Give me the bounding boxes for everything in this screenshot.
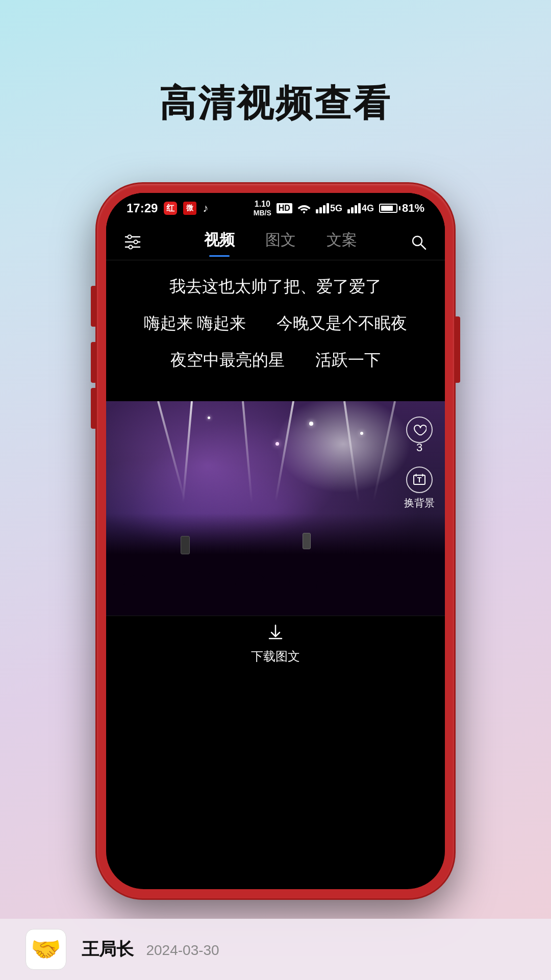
- svg-point-2: [128, 235, 132, 238]
- svg-text:T: T: [417, 476, 422, 484]
- video-section[interactable]: 3 T 换背景: [106, 401, 445, 616]
- tab-video[interactable]: 视频: [204, 230, 235, 254]
- change-bg-button[interactable]: T 换背景: [404, 467, 435, 510]
- author-info: 王局长 2024-03-30: [82, 938, 219, 961]
- phone-screen: 17:29 红 微 ♪ 1.10 MB/S HD: [106, 193, 445, 889]
- status-icon-weibo: 微: [183, 202, 196, 215]
- nav-tabs: 视频 图文 文案: [154, 230, 407, 254]
- text-item-huoyue[interactable]: 活跃一下: [315, 349, 381, 372]
- text-item-yekong[interactable]: 夜空中最亮的星: [170, 349, 285, 372]
- search-button[interactable]: [407, 231, 430, 253]
- battery-indicator: 81%: [379, 202, 424, 215]
- nav-bar: 视频 图文 文案: [106, 224, 445, 260]
- download-icon: [266, 623, 285, 645]
- status-right: 1.10 MB/S HD: [254, 200, 424, 217]
- sparkle-4: [276, 442, 279, 446]
- text-item-row2: 嗨起来 嗨起来 今晚又是个不眠夜: [127, 312, 424, 335]
- download-section: 下载图文: [106, 616, 445, 672]
- tab-image[interactable]: 图文: [265, 230, 296, 254]
- status-hd-badge: HD: [277, 203, 292, 213]
- person-11: [401, 574, 434, 616]
- text-item-haiqi[interactable]: 嗨起来 嗨起来: [144, 312, 246, 335]
- text-item-row3: 夜空中最亮的星 活跃一下: [127, 349, 424, 372]
- download-label: 下载图文: [251, 648, 300, 665]
- svg-point-0: [303, 211, 305, 213]
- status-left: 17:29 红 微 ♪: [127, 201, 208, 215]
- phone-in-crowd: [181, 536, 190, 554]
- filter-icon: [123, 232, 142, 252]
- phone-in-crowd-2: [303, 533, 311, 549]
- wifi-icon: [297, 203, 311, 213]
- sparkle-2: [360, 432, 363, 435]
- svg-point-6: [129, 245, 133, 249]
- person-3: [174, 570, 210, 616]
- svg-line-8: [421, 244, 425, 249]
- signal-4g: 4G: [347, 203, 374, 214]
- phone-outer: 17:29 红 微 ♪ 1.10 MB/S HD: [97, 184, 454, 898]
- search-icon: [409, 233, 428, 251]
- signal-5g: 5G: [316, 203, 342, 214]
- phone-mockup: 17:29 红 微 ♪ 1.10 MB/S HD: [97, 184, 454, 898]
- filter-button[interactable]: [121, 231, 144, 253]
- author-name: 王局长: [82, 939, 134, 959]
- text-item-jinyewu[interactable]: 今晚又是个不眠夜: [277, 312, 407, 335]
- change-bg-icon: T: [406, 467, 433, 493]
- bottom-author-bar: 🤝 王局长 2024-03-30: [0, 919, 551, 980]
- status-icon-tiktok: ♪: [203, 202, 208, 215]
- author-date: 2024-03-30: [146, 942, 219, 958]
- status-speed: 1.10 MB/S: [254, 200, 271, 217]
- tab-copy[interactable]: 文案: [327, 230, 357, 254]
- page-title: 高清视频查看: [0, 79, 551, 128]
- status-icon-xiaohongshu: 红: [164, 202, 177, 215]
- handshake-icon: 🤝: [31, 935, 61, 964]
- text-item-row1: 我去这也太帅了把、爱了爱了: [127, 276, 424, 298]
- change-bg-label: 换背景: [404, 496, 435, 510]
- status-time: 17:29: [127, 201, 158, 215]
- heart-icon: [406, 416, 433, 443]
- like-button[interactable]: 3: [406, 416, 433, 454]
- text-content-area: 我去这也太帅了把、爱了爱了 嗨起来 嗨起来 今晚又是个不眠夜 夜空中最亮的星 活…: [106, 260, 445, 401]
- download-button[interactable]: 下载图文: [251, 623, 300, 665]
- author-avatar: 🤝: [26, 929, 66, 970]
- svg-point-4: [134, 240, 138, 243]
- like-count: 3: [416, 441, 422, 454]
- status-bar: 17:29 红 微 ♪ 1.10 MB/S HD: [106, 193, 445, 224]
- action-sidebar: 3 T 换背景: [404, 416, 435, 510]
